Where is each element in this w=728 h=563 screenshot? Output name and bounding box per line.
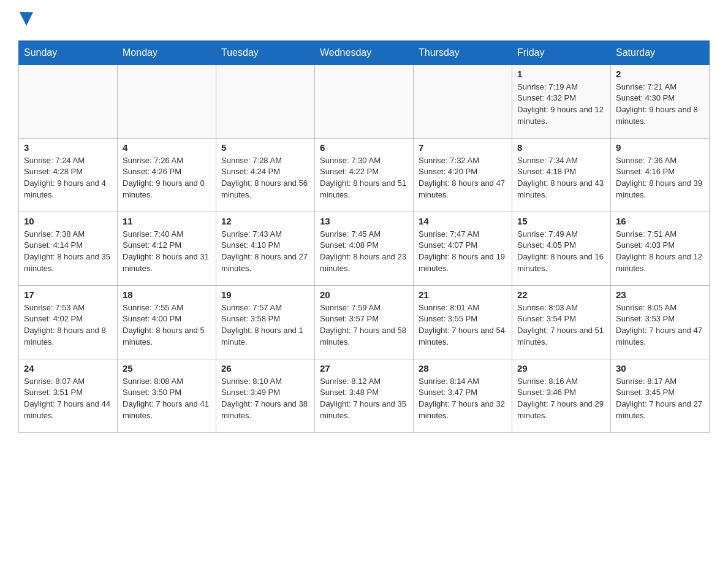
calendar-cell: 3Sunrise: 7:24 AMSunset: 4:28 PMDaylight… <box>19 138 118 212</box>
calendar-cell: 30Sunrise: 8:17 AMSunset: 3:45 PMDayligh… <box>611 359 710 432</box>
day-info: Sunrise: 7:19 AMSunset: 4:32 PMDaylight:… <box>517 82 605 128</box>
day-number: 28 <box>419 363 507 373</box>
day-info: Sunrise: 7:26 AMSunset: 4:26 PMDaylight:… <box>123 155 211 201</box>
day-info: Sunrise: 7:21 AMSunset: 4:30 PMDaylight:… <box>616 82 704 128</box>
day-info: Sunrise: 7:51 AMSunset: 4:03 PMDaylight:… <box>616 229 704 275</box>
day-number: 2 <box>616 69 704 79</box>
day-number: 10 <box>24 216 112 226</box>
day-number: 17 <box>24 289 112 300</box>
day-number: 5 <box>221 142 309 153</box>
calendar-cell: 26Sunrise: 8:10 AMSunset: 3:49 PMDayligh… <box>216 359 315 432</box>
day-number: 30 <box>616 363 704 373</box>
day-number: 7 <box>419 142 507 153</box>
day-info: Sunrise: 8:10 AMSunset: 3:49 PMDaylight:… <box>221 376 309 422</box>
logo <box>18 12 33 28</box>
day-info: Sunrise: 8:14 AMSunset: 3:47 PMDaylight:… <box>419 376 507 422</box>
day-info: Sunrise: 7:47 AMSunset: 4:07 PMDaylight:… <box>419 229 507 275</box>
day-number: 29 <box>517 363 605 373</box>
calendar-cell: 23Sunrise: 8:05 AMSunset: 3:53 PMDayligh… <box>611 285 710 359</box>
day-number: 12 <box>221 216 309 226</box>
day-number: 15 <box>517 216 605 226</box>
page-header <box>18 12 710 28</box>
weekday-header-row: SundayMondayTuesdayWednesdayThursdayFrid… <box>19 40 710 64</box>
day-number: 18 <box>123 289 211 300</box>
calendar-cell: 6Sunrise: 7:30 AMSunset: 4:22 PMDaylight… <box>315 138 414 212</box>
weekday-header-friday: Friday <box>512 40 611 64</box>
weekday-header-monday: Monday <box>118 40 216 64</box>
calendar-cell <box>315 64 414 138</box>
calendar-cell: 10Sunrise: 7:38 AMSunset: 4:14 PMDayligh… <box>19 212 118 285</box>
calendar-table: SundayMondayTuesdayWednesdayThursdayFrid… <box>18 40 710 433</box>
day-number: 6 <box>320 142 408 153</box>
calendar-cell: 24Sunrise: 8:07 AMSunset: 3:51 PMDayligh… <box>19 359 118 432</box>
calendar-cell <box>118 64 216 138</box>
calendar-cell: 27Sunrise: 8:12 AMSunset: 3:48 PMDayligh… <box>315 359 414 432</box>
day-info: Sunrise: 8:01 AMSunset: 3:55 PMDaylight:… <box>419 302 507 348</box>
day-info: Sunrise: 7:53 AMSunset: 4:02 PMDaylight:… <box>24 302 112 348</box>
day-number: 24 <box>24 363 112 373</box>
weekday-header-tuesday: Tuesday <box>216 40 315 64</box>
svg-marker-0 <box>20 12 33 26</box>
calendar-cell: 25Sunrise: 8:08 AMSunset: 3:50 PMDayligh… <box>118 359 216 432</box>
day-number: 26 <box>221 363 309 373</box>
logo-triangle-icon <box>20 12 33 26</box>
day-number: 19 <box>221 289 309 300</box>
calendar-cell: 12Sunrise: 7:43 AMSunset: 4:10 PMDayligh… <box>216 212 315 285</box>
day-number: 1 <box>517 69 605 79</box>
calendar-cell: 22Sunrise: 8:03 AMSunset: 3:54 PMDayligh… <box>512 285 611 359</box>
day-number: 23 <box>616 289 704 300</box>
day-number: 21 <box>419 289 507 300</box>
day-number: 14 <box>419 216 507 226</box>
calendar-cell: 21Sunrise: 8:01 AMSunset: 3:55 PMDayligh… <box>414 285 512 359</box>
day-info: Sunrise: 8:07 AMSunset: 3:51 PMDaylight:… <box>24 376 112 422</box>
day-info: Sunrise: 7:38 AMSunset: 4:14 PMDaylight:… <box>24 229 112 275</box>
day-info: Sunrise: 8:17 AMSunset: 3:45 PMDaylight:… <box>616 376 704 422</box>
day-info: Sunrise: 7:28 AMSunset: 4:24 PMDaylight:… <box>221 155 309 201</box>
calendar-cell: 11Sunrise: 7:40 AMSunset: 4:12 PMDayligh… <box>118 212 216 285</box>
calendar-cell <box>19 64 118 138</box>
calendar-cell: 13Sunrise: 7:45 AMSunset: 4:08 PMDayligh… <box>315 212 414 285</box>
calendar-cell: 15Sunrise: 7:49 AMSunset: 4:05 PMDayligh… <box>512 212 611 285</box>
calendar-cell <box>216 64 315 138</box>
day-info: Sunrise: 8:16 AMSunset: 3:46 PMDaylight:… <box>517 376 605 422</box>
day-info: Sunrise: 7:45 AMSunset: 4:08 PMDaylight:… <box>320 229 408 275</box>
calendar-cell: 9Sunrise: 7:36 AMSunset: 4:16 PMDaylight… <box>611 138 710 212</box>
calendar-week-3: 10Sunrise: 7:38 AMSunset: 4:14 PMDayligh… <box>19 212 710 285</box>
day-info: Sunrise: 7:34 AMSunset: 4:18 PMDaylight:… <box>517 155 605 201</box>
day-info: Sunrise: 7:40 AMSunset: 4:12 PMDaylight:… <box>123 229 211 275</box>
day-number: 27 <box>320 363 408 373</box>
day-info: Sunrise: 7:36 AMSunset: 4:16 PMDaylight:… <box>616 155 704 201</box>
day-info: Sunrise: 7:59 AMSunset: 3:57 PMDaylight:… <box>320 302 408 348</box>
calendar-cell: 28Sunrise: 8:14 AMSunset: 3:47 PMDayligh… <box>414 359 512 432</box>
calendar-cell: 20Sunrise: 7:59 AMSunset: 3:57 PMDayligh… <box>315 285 414 359</box>
calendar-cell: 4Sunrise: 7:26 AMSunset: 4:26 PMDaylight… <box>118 138 216 212</box>
day-number: 13 <box>320 216 408 226</box>
day-number: 16 <box>616 216 704 226</box>
calendar-cell: 17Sunrise: 7:53 AMSunset: 4:02 PMDayligh… <box>19 285 118 359</box>
calendar-cell: 1Sunrise: 7:19 AMSunset: 4:32 PMDaylight… <box>512 64 611 138</box>
day-info: Sunrise: 7:24 AMSunset: 4:28 PMDaylight:… <box>24 155 112 201</box>
day-info: Sunrise: 7:32 AMSunset: 4:20 PMDaylight:… <box>419 155 507 201</box>
calendar-week-1: 1Sunrise: 7:19 AMSunset: 4:32 PMDaylight… <box>19 64 710 138</box>
weekday-header-saturday: Saturday <box>611 40 710 64</box>
calendar-cell <box>414 64 512 138</box>
day-info: Sunrise: 7:57 AMSunset: 3:58 PMDaylight:… <box>221 302 309 348</box>
calendar-week-4: 17Sunrise: 7:53 AMSunset: 4:02 PMDayligh… <box>19 285 710 359</box>
weekday-header-thursday: Thursday <box>414 40 512 64</box>
day-number: 20 <box>320 289 408 300</box>
day-info: Sunrise: 8:12 AMSunset: 3:48 PMDaylight:… <box>320 376 408 422</box>
day-info: Sunrise: 7:43 AMSunset: 4:10 PMDaylight:… <box>221 229 309 275</box>
calendar-cell: 2Sunrise: 7:21 AMSunset: 4:30 PMDaylight… <box>611 64 710 138</box>
day-number: 3 <box>24 142 112 153</box>
day-info: Sunrise: 8:05 AMSunset: 3:53 PMDaylight:… <box>616 302 704 348</box>
day-number: 11 <box>123 216 211 226</box>
calendar-cell: 7Sunrise: 7:32 AMSunset: 4:20 PMDaylight… <box>414 138 512 212</box>
day-number: 4 <box>123 142 211 153</box>
day-number: 22 <box>517 289 605 300</box>
day-info: Sunrise: 8:03 AMSunset: 3:54 PMDaylight:… <box>517 302 605 348</box>
day-number: 9 <box>616 142 704 153</box>
calendar-cell: 29Sunrise: 8:16 AMSunset: 3:46 PMDayligh… <box>512 359 611 432</box>
day-number: 8 <box>517 142 605 153</box>
day-info: Sunrise: 8:08 AMSunset: 3:50 PMDaylight:… <box>123 376 211 422</box>
weekday-header-wednesday: Wednesday <box>315 40 414 64</box>
